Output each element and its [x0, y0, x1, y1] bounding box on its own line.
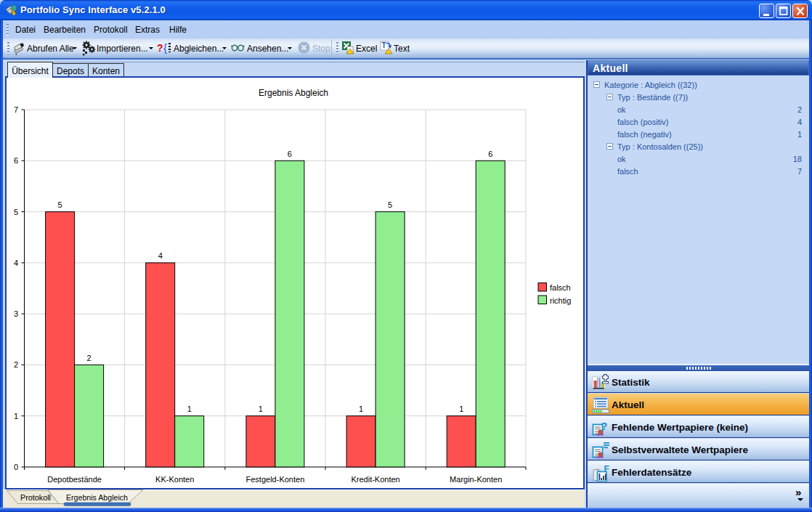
svg-text:1: 1 — [359, 405, 363, 413]
svg-text:7: 7 — [14, 105, 18, 114]
svg-text:2: 2 — [14, 360, 18, 369]
svg-text:Protokoll: Protokoll — [20, 493, 51, 502]
svg-text:T: T — [382, 41, 386, 49]
svg-text:falsch: falsch — [550, 283, 571, 292]
svg-text:5: 5 — [14, 208, 18, 216]
svg-text:Ergebnis Abgleich: Ergebnis Abgleich — [66, 493, 128, 502]
svg-text:F: F — [604, 464, 609, 474]
svg-text:6: 6 — [488, 150, 492, 158]
svg-text:Festgeld-Konten: Festgeld-Konten — [246, 475, 305, 484]
svg-text:KK-Konten: KK-Konten — [155, 475, 194, 484]
svg-text:6: 6 — [288, 150, 292, 158]
svg-text:1: 1 — [14, 412, 18, 420]
svg-text:5: 5 — [388, 200, 392, 209]
svg-text:Margin-Konten: Margin-Konten — [450, 475, 502, 484]
svg-text:0: 0 — [14, 463, 18, 471]
svg-text:1: 1 — [259, 405, 263, 413]
svg-text:5: 5 — [58, 200, 62, 209]
svg-text:4: 4 — [14, 259, 18, 267]
svg-text:3: 3 — [14, 309, 18, 318]
svg-text:Ergebnis Abgleich: Ergebnis Abgleich — [259, 88, 328, 98]
svg-text:Depotbestände: Depotbestände — [47, 475, 102, 484]
svg-text:6: 6 — [14, 156, 18, 165]
svg-text:2: 2 — [87, 354, 92, 362]
svg-text:4: 4 — [158, 251, 163, 260]
svg-text:1: 1 — [459, 405, 463, 413]
svg-text:richtig: richtig — [550, 296, 571, 305]
svg-text:Kredit-Konten: Kredit-Konten — [351, 475, 399, 484]
svg-text:1: 1 — [187, 405, 192, 413]
